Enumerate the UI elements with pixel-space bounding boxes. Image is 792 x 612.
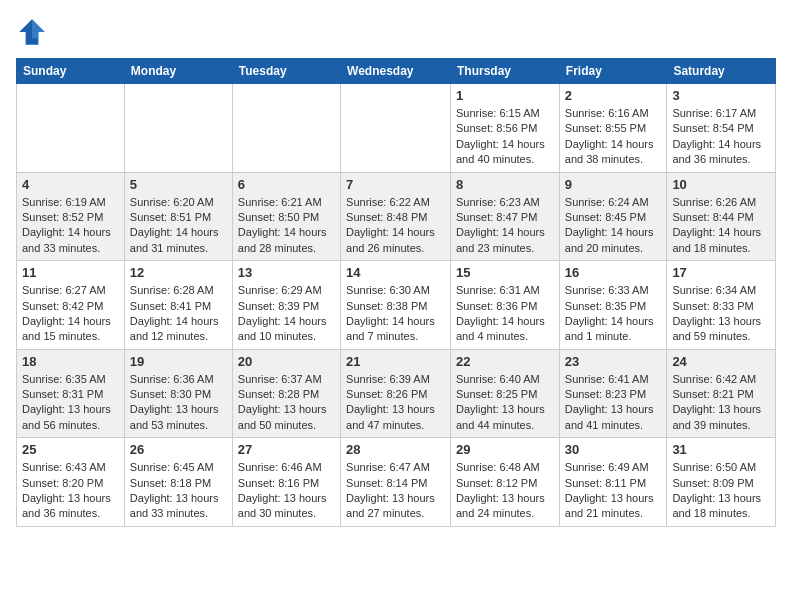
calendar-cell: 31Sunrise: 6:50 AM Sunset: 8:09 PM Dayli…: [667, 438, 776, 527]
day-info: Sunrise: 6:36 AM Sunset: 8:30 PM Dayligh…: [130, 372, 227, 434]
calendar-cell: 30Sunrise: 6:49 AM Sunset: 8:11 PM Dayli…: [559, 438, 667, 527]
calendar-cell: 18Sunrise: 6:35 AM Sunset: 8:31 PM Dayli…: [17, 349, 125, 438]
day-number: 18: [22, 354, 119, 369]
calendar-cell: 7Sunrise: 6:22 AM Sunset: 8:48 PM Daylig…: [341, 172, 451, 261]
calendar-cell: 9Sunrise: 6:24 AM Sunset: 8:45 PM Daylig…: [559, 172, 667, 261]
day-info: Sunrise: 6:15 AM Sunset: 8:56 PM Dayligh…: [456, 106, 554, 168]
calendar-cell: [232, 84, 340, 173]
calendar-cell: 13Sunrise: 6:29 AM Sunset: 8:39 PM Dayli…: [232, 261, 340, 350]
calendar-cell: 24Sunrise: 6:42 AM Sunset: 8:21 PM Dayli…: [667, 349, 776, 438]
day-number: 30: [565, 442, 662, 457]
day-info: Sunrise: 6:37 AM Sunset: 8:28 PM Dayligh…: [238, 372, 335, 434]
calendar-cell: 16Sunrise: 6:33 AM Sunset: 8:35 PM Dayli…: [559, 261, 667, 350]
calendar-week-row: 25Sunrise: 6:43 AM Sunset: 8:20 PM Dayli…: [17, 438, 776, 527]
calendar-cell: 25Sunrise: 6:43 AM Sunset: 8:20 PM Dayli…: [17, 438, 125, 527]
day-info: Sunrise: 6:24 AM Sunset: 8:45 PM Dayligh…: [565, 195, 662, 257]
weekday-header: Tuesday: [232, 59, 340, 84]
calendar-cell: 12Sunrise: 6:28 AM Sunset: 8:41 PM Dayli…: [124, 261, 232, 350]
day-info: Sunrise: 6:45 AM Sunset: 8:18 PM Dayligh…: [130, 460, 227, 522]
calendar-cell: 1Sunrise: 6:15 AM Sunset: 8:56 PM Daylig…: [451, 84, 560, 173]
calendar-cell: [341, 84, 451, 173]
calendar-cell: 10Sunrise: 6:26 AM Sunset: 8:44 PM Dayli…: [667, 172, 776, 261]
day-info: Sunrise: 6:19 AM Sunset: 8:52 PM Dayligh…: [22, 195, 119, 257]
day-number: 23: [565, 354, 662, 369]
day-info: Sunrise: 6:35 AM Sunset: 8:31 PM Dayligh…: [22, 372, 119, 434]
day-number: 1: [456, 88, 554, 103]
calendar-cell: 27Sunrise: 6:46 AM Sunset: 8:16 PM Dayli…: [232, 438, 340, 527]
day-info: Sunrise: 6:27 AM Sunset: 8:42 PM Dayligh…: [22, 283, 119, 345]
day-number: 7: [346, 177, 445, 192]
day-info: Sunrise: 6:23 AM Sunset: 8:47 PM Dayligh…: [456, 195, 554, 257]
calendar-cell: 15Sunrise: 6:31 AM Sunset: 8:36 PM Dayli…: [451, 261, 560, 350]
day-number: 11: [22, 265, 119, 280]
day-number: 2: [565, 88, 662, 103]
day-info: Sunrise: 6:34 AM Sunset: 8:33 PM Dayligh…: [672, 283, 770, 345]
day-info: Sunrise: 6:42 AM Sunset: 8:21 PM Dayligh…: [672, 372, 770, 434]
calendar-cell: 29Sunrise: 6:48 AM Sunset: 8:12 PM Dayli…: [451, 438, 560, 527]
day-info: Sunrise: 6:16 AM Sunset: 8:55 PM Dayligh…: [565, 106, 662, 168]
day-number: 24: [672, 354, 770, 369]
day-number: 10: [672, 177, 770, 192]
calendar-week-row: 11Sunrise: 6:27 AM Sunset: 8:42 PM Dayli…: [17, 261, 776, 350]
calendar-cell: 6Sunrise: 6:21 AM Sunset: 8:50 PM Daylig…: [232, 172, 340, 261]
calendar-cell: 20Sunrise: 6:37 AM Sunset: 8:28 PM Dayli…: [232, 349, 340, 438]
day-info: Sunrise: 6:21 AM Sunset: 8:50 PM Dayligh…: [238, 195, 335, 257]
day-number: 16: [565, 265, 662, 280]
day-info: Sunrise: 6:31 AM Sunset: 8:36 PM Dayligh…: [456, 283, 554, 345]
logo: [16, 16, 52, 48]
calendar-cell: [124, 84, 232, 173]
day-number: 8: [456, 177, 554, 192]
day-number: 22: [456, 354, 554, 369]
day-number: 25: [22, 442, 119, 457]
day-number: 12: [130, 265, 227, 280]
day-info: Sunrise: 6:48 AM Sunset: 8:12 PM Dayligh…: [456, 460, 554, 522]
weekday-header: Wednesday: [341, 59, 451, 84]
weekday-header: Friday: [559, 59, 667, 84]
day-number: 31: [672, 442, 770, 457]
day-number: 26: [130, 442, 227, 457]
day-number: 20: [238, 354, 335, 369]
calendar-week-row: 1Sunrise: 6:15 AM Sunset: 8:56 PM Daylig…: [17, 84, 776, 173]
day-number: 5: [130, 177, 227, 192]
weekday-header: Monday: [124, 59, 232, 84]
calendar-cell: 23Sunrise: 6:41 AM Sunset: 8:23 PM Dayli…: [559, 349, 667, 438]
day-info: Sunrise: 6:22 AM Sunset: 8:48 PM Dayligh…: [346, 195, 445, 257]
day-number: 28: [346, 442, 445, 457]
day-info: Sunrise: 6:28 AM Sunset: 8:41 PM Dayligh…: [130, 283, 227, 345]
weekday-header: Saturday: [667, 59, 776, 84]
day-info: Sunrise: 6:26 AM Sunset: 8:44 PM Dayligh…: [672, 195, 770, 257]
calendar-cell: 28Sunrise: 6:47 AM Sunset: 8:14 PM Dayli…: [341, 438, 451, 527]
day-number: 14: [346, 265, 445, 280]
calendar-cell: 5Sunrise: 6:20 AM Sunset: 8:51 PM Daylig…: [124, 172, 232, 261]
svg-marker-1: [32, 19, 45, 38]
calendar-cell: 4Sunrise: 6:19 AM Sunset: 8:52 PM Daylig…: [17, 172, 125, 261]
day-info: Sunrise: 6:17 AM Sunset: 8:54 PM Dayligh…: [672, 106, 770, 168]
day-info: Sunrise: 6:40 AM Sunset: 8:25 PM Dayligh…: [456, 372, 554, 434]
calendar-cell: 19Sunrise: 6:36 AM Sunset: 8:30 PM Dayli…: [124, 349, 232, 438]
calendar-cell: 11Sunrise: 6:27 AM Sunset: 8:42 PM Dayli…: [17, 261, 125, 350]
logo-icon: [16, 16, 48, 48]
calendar-cell: 8Sunrise: 6:23 AM Sunset: 8:47 PM Daylig…: [451, 172, 560, 261]
day-info: Sunrise: 6:29 AM Sunset: 8:39 PM Dayligh…: [238, 283, 335, 345]
day-info: Sunrise: 6:49 AM Sunset: 8:11 PM Dayligh…: [565, 460, 662, 522]
day-number: 15: [456, 265, 554, 280]
day-number: 4: [22, 177, 119, 192]
calendar-header-row: SundayMondayTuesdayWednesdayThursdayFrid…: [17, 59, 776, 84]
day-number: 6: [238, 177, 335, 192]
calendar-cell: 3Sunrise: 6:17 AM Sunset: 8:54 PM Daylig…: [667, 84, 776, 173]
calendar-cell: 26Sunrise: 6:45 AM Sunset: 8:18 PM Dayli…: [124, 438, 232, 527]
calendar-cell: 2Sunrise: 6:16 AM Sunset: 8:55 PM Daylig…: [559, 84, 667, 173]
day-number: 27: [238, 442, 335, 457]
day-info: Sunrise: 6:50 AM Sunset: 8:09 PM Dayligh…: [672, 460, 770, 522]
calendar-cell: 21Sunrise: 6:39 AM Sunset: 8:26 PM Dayli…: [341, 349, 451, 438]
calendar-table: SundayMondayTuesdayWednesdayThursdayFrid…: [16, 58, 776, 527]
weekday-header: Thursday: [451, 59, 560, 84]
page-header: [16, 16, 776, 48]
day-info: Sunrise: 6:41 AM Sunset: 8:23 PM Dayligh…: [565, 372, 662, 434]
day-number: 19: [130, 354, 227, 369]
day-number: 3: [672, 88, 770, 103]
day-info: Sunrise: 6:30 AM Sunset: 8:38 PM Dayligh…: [346, 283, 445, 345]
calendar-cell: 22Sunrise: 6:40 AM Sunset: 8:25 PM Dayli…: [451, 349, 560, 438]
day-number: 9: [565, 177, 662, 192]
day-info: Sunrise: 6:20 AM Sunset: 8:51 PM Dayligh…: [130, 195, 227, 257]
